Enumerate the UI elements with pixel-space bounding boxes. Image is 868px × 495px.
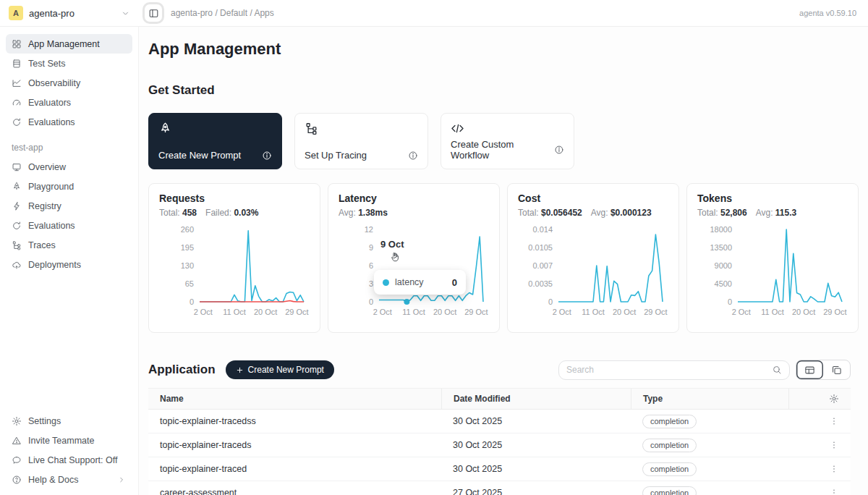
breadcrumb[interactable]: agenta-pro / Default / Apps bbox=[171, 8, 274, 18]
sidebar-item-label: Evaluators bbox=[28, 98, 71, 108]
sidebar-app-item-registry[interactable]: Registry bbox=[6, 196, 132, 216]
svg-text:0: 0 bbox=[548, 297, 553, 306]
table-view-button[interactable] bbox=[796, 360, 823, 379]
hover-point-marker bbox=[404, 299, 409, 305]
column-header-name[interactable]: Name bbox=[148, 389, 441, 409]
main-content: App Management Get Started Create New Pr… bbox=[139, 27, 868, 495]
get-started-card-create-new-prompt[interactable]: Create New Prompt bbox=[148, 113, 282, 169]
table-row-topic-explainer-traced[interactable]: topic-explainer-traced30 Oct 2025complet… bbox=[148, 457, 851, 481]
stat: Total: 458 bbox=[159, 208, 197, 218]
search-icon[interactable] bbox=[772, 365, 782, 375]
stat-value: 115.3 bbox=[775, 208, 796, 218]
get-started-heading: Get Started bbox=[148, 83, 851, 98]
get-started-card-set-up-tracing[interactable]: Set Up Tracing bbox=[294, 113, 428, 169]
table-settings-button[interactable] bbox=[788, 389, 851, 409]
sidebar-collapse-button[interactable] bbox=[145, 4, 162, 22]
search-input[interactable] bbox=[566, 365, 772, 375]
svg-text:195: 195 bbox=[181, 243, 194, 252]
chart-card-tokens: TokensTotal: 52,806Avg: 115.304500900013… bbox=[686, 183, 859, 333]
svg-text:29 Oct: 29 Oct bbox=[644, 308, 667, 316]
stat-label: Total: bbox=[518, 208, 541, 218]
stat: Avg: 115.3 bbox=[756, 208, 797, 218]
sidebar-app-item-deployments[interactable]: Deployments bbox=[6, 255, 132, 274]
sidebar-item-test-sets[interactable]: Test Sets bbox=[6, 54, 132, 73]
rocket-icon bbox=[12, 182, 22, 192]
svg-text:0: 0 bbox=[190, 297, 194, 306]
sidebar-app-item-playground[interactable]: Playground bbox=[6, 177, 132, 196]
tree-icon bbox=[305, 122, 318, 135]
svg-text:20 Oct: 20 Oct bbox=[613, 308, 636, 316]
tooltip-series-dot bbox=[383, 279, 389, 286]
workspace-selector[interactable]: A agenta-pro bbox=[0, 6, 139, 20]
tokens-chart: 04500900013500180002 Oct11 Oct20 Oct29 O… bbox=[697, 224, 848, 323]
card-label: Create New Prompt bbox=[158, 150, 241, 161]
svg-text:13500: 13500 bbox=[710, 243, 732, 252]
sidebar-app-item-overview[interactable]: Overview bbox=[6, 157, 132, 177]
chart-title: Latency bbox=[339, 192, 489, 204]
svg-text:2 Oct: 2 Oct bbox=[553, 308, 571, 316]
chart-stats: Total: 52,806Avg: 115.3 bbox=[697, 208, 848, 218]
sidebar-item-label: App Management bbox=[28, 39, 100, 49]
sidebar-footer-item-live-chat-support-off[interactable]: Live Chat Support: Off bbox=[6, 450, 132, 470]
card-view-button[interactable] bbox=[823, 360, 850, 379]
sidebar-footer-item-invite-teammate[interactable]: Invite Teammate bbox=[6, 431, 132, 450]
row-type: completion bbox=[631, 457, 788, 481]
sidebar-item-observability[interactable]: Observability bbox=[6, 73, 132, 93]
table-row-career-assessment[interactable]: career-assessment27 Oct 2025completion bbox=[148, 481, 851, 495]
card-bottom: Set Up Tracing bbox=[305, 150, 418, 161]
chart-title: Requests bbox=[159, 192, 310, 204]
table-row-topic-explainer-traceds[interactable]: topic-explainer-traceds30 Oct 2025comple… bbox=[148, 433, 851, 457]
column-header-date[interactable]: Date Modified bbox=[441, 389, 631, 409]
stat-label: Total: bbox=[159, 208, 182, 218]
sidebar-app-item-traces[interactable]: Traces bbox=[6, 235, 132, 255]
kebab-menu-icon bbox=[829, 416, 839, 426]
sidebar-footer-item-settings[interactable]: Settings bbox=[6, 411, 132, 431]
row-actions-button[interactable] bbox=[788, 410, 851, 433]
stat: Total: 52,806 bbox=[697, 208, 747, 218]
chart-title: Cost bbox=[518, 192, 668, 204]
svg-text:0: 0 bbox=[369, 297, 373, 306]
svg-text:2 Oct: 2 Oct bbox=[194, 308, 213, 316]
sidebar-item-label: Test Sets bbox=[28, 59, 65, 69]
row-type: completion bbox=[631, 433, 788, 457]
sidebar-item-evaluators[interactable]: Evaluators bbox=[6, 93, 132, 112]
help-icon bbox=[12, 475, 22, 485]
card-bottom: Create New Prompt bbox=[158, 150, 272, 161]
stat-label: Failed: bbox=[205, 208, 234, 218]
column-header-type[interactable]: Type bbox=[631, 389, 788, 409]
svg-text:2 Oct: 2 Oct bbox=[732, 308, 751, 316]
table-row-topic-explainer-tracedss[interactable]: topic-explainer-tracedss30 Oct 2025compl… bbox=[148, 410, 851, 433]
row-name: topic-explainer-traced bbox=[148, 457, 441, 481]
stat-value: $0.056452 bbox=[541, 208, 582, 218]
tokens-line bbox=[738, 229, 842, 302]
card-label: Create Custom Workflow bbox=[451, 139, 554, 161]
svg-text:11 Oct: 11 Oct bbox=[761, 308, 784, 316]
sidebar-item-app-management[interactable]: App Management bbox=[6, 34, 132, 54]
svg-text:20 Oct: 20 Oct bbox=[254, 308, 277, 316]
sidebar-item-label: Registry bbox=[28, 201, 61, 211]
svg-text:6: 6 bbox=[369, 261, 373, 270]
row-actions-button[interactable] bbox=[788, 433, 851, 457]
create-new-prompt-button[interactable]: Create New Prompt bbox=[226, 360, 334, 379]
monitor-icon bbox=[12, 162, 22, 172]
svg-text:0.007: 0.007 bbox=[532, 261, 553, 270]
row-actions-button[interactable] bbox=[788, 481, 851, 495]
sidebar-app-item-evaluations[interactable]: Evaluations bbox=[6, 216, 132, 235]
get-started-card-create-custom-workflow[interactable]: Create Custom Workflow bbox=[441, 113, 574, 169]
sidebar-footer-item-help-docs[interactable]: Help & Docs bbox=[6, 470, 132, 489]
info-icon bbox=[408, 151, 418, 161]
chart-tooltip: latency0 bbox=[374, 270, 466, 295]
svg-text:0.0105: 0.0105 bbox=[528, 243, 553, 252]
svg-text:18000: 18000 bbox=[710, 225, 732, 234]
sidebar-item-label: Deployments bbox=[28, 260, 81, 270]
row-actions-button[interactable] bbox=[788, 457, 851, 481]
svg-text:0.0035: 0.0035 bbox=[528, 279, 553, 288]
refresh-icon bbox=[12, 221, 22, 231]
chart-stats: Total: 458Failed: 0.03% bbox=[159, 208, 310, 218]
plus-icon bbox=[236, 366, 244, 374]
tooltip-date: 9 Oct bbox=[380, 239, 404, 250]
sidebar-item-evaluations[interactable]: Evaluations bbox=[6, 112, 132, 132]
sidebar-item-label: Evaluations bbox=[28, 117, 75, 127]
card-bottom: Create Custom Workflow bbox=[451, 139, 564, 161]
chart-card-latency: LatencyAvg: 1.38ms0369122 Oct11 Oct20 Oc… bbox=[328, 183, 500, 333]
